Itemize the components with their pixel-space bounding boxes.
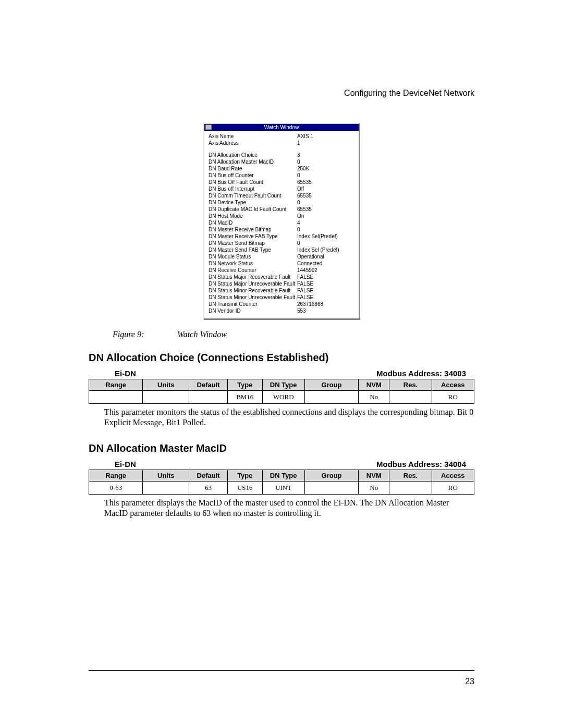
watch-value: On xyxy=(297,213,354,219)
section1-modbus: Modbus Address: 34003 xyxy=(376,369,466,378)
watch-row: DN Allocation Master MacID0 xyxy=(209,158,354,165)
watch-row: DN Comm Timeout Fault Count65535 xyxy=(209,192,354,199)
table-header: Default xyxy=(189,379,228,391)
watch-label: DN Allocation Master MacID xyxy=(209,158,297,165)
watch-label: DN Master Receive FAB Type xyxy=(209,233,297,240)
watch-row: DN Bus off Counter0 xyxy=(209,172,354,179)
watch-label: DN Bus off Interrupt xyxy=(209,186,297,192)
watch-row: DN Transmit Counter263716868 xyxy=(209,301,354,307)
watch-row: DN Receive Counter1445992 xyxy=(209,267,354,274)
table-header: DN Type xyxy=(262,470,304,482)
table-header: Access xyxy=(432,470,474,482)
watch-label: DN Module Status xyxy=(209,253,297,260)
watch-value: Index Sel (Predef) xyxy=(297,246,354,253)
table-header: Type xyxy=(228,379,263,391)
watch-value: Connected xyxy=(297,260,354,267)
watch-label: DN Master Receive Bitmap xyxy=(209,226,297,233)
watch-row: DN Master Send Bitmap0 xyxy=(209,240,354,246)
watch-value: 250K xyxy=(297,165,354,172)
watch-value: 1 xyxy=(297,140,354,146)
table-header: NVM xyxy=(359,379,389,391)
watch-value: Index Sel(Predef) xyxy=(297,233,354,240)
table-cell xyxy=(189,391,228,404)
watch-value: FALSE xyxy=(297,294,354,301)
section1-title: DN Allocation Choice (Connections Establ… xyxy=(89,352,474,364)
watch-label: DN MacID xyxy=(209,219,297,226)
figure-title: Watch Window xyxy=(177,330,227,339)
section2-subhead: Ei-DN Modbus Address: 34004 xyxy=(89,460,474,470)
section1-subhead: Ei-DN Modbus Address: 34003 xyxy=(89,369,474,379)
watch-row: DN Allocation Choice3 xyxy=(209,152,354,158)
watch-row: DN Device Type0 xyxy=(209,199,354,206)
table-header: Type xyxy=(228,470,263,482)
watch-label: DN Allocation Choice xyxy=(209,152,297,158)
section2-title: DN Allocation Master MacID xyxy=(89,442,474,454)
table-cell xyxy=(89,391,143,404)
watch-value: 3 xyxy=(297,152,354,158)
watch-value: 0 xyxy=(297,158,354,165)
watch-label: DN Master Send FAB Type xyxy=(209,246,297,253)
watch-label: DN Status Minor Unrecoverable Fault xyxy=(209,294,297,301)
watch-label: Axis Address xyxy=(209,140,297,146)
watch-label: DN Master Send Bitmap xyxy=(209,240,297,246)
watch-value: FALSE xyxy=(297,280,354,287)
watch-value: 0 xyxy=(297,240,354,246)
watch-value: 1445992 xyxy=(297,267,354,274)
table-cell xyxy=(389,482,432,495)
watch-window-titlebar: Watch Window xyxy=(204,124,359,131)
watch-row: DN Master Send FAB TypeIndex Sel (Predef… xyxy=(209,246,354,253)
table-header: Group xyxy=(304,379,358,391)
watch-value: Off xyxy=(297,186,354,192)
table-cell: WORD xyxy=(262,391,304,404)
watch-row: Axis NameAXIS 1 xyxy=(209,133,354,140)
section2-eidn: Ei-DN xyxy=(115,460,136,468)
watch-label: DN Status Major Recoverable Fault xyxy=(209,274,297,280)
table-cell: RO xyxy=(432,482,474,495)
table-header: Res. xyxy=(389,470,432,482)
watch-row: DN Master Receive Bitmap0 xyxy=(209,226,354,233)
watch-label: DN Transmit Counter xyxy=(209,301,297,307)
watch-value: 553 xyxy=(297,307,354,314)
table-cell xyxy=(304,391,358,404)
watch-row: DN MacID4 xyxy=(209,219,354,226)
section1-eidn: Ei-DN xyxy=(115,369,136,378)
watch-window-title: Watch Window xyxy=(264,125,299,130)
watch-label: DN Network Status xyxy=(209,260,297,267)
table-cell: 0-63 xyxy=(89,482,143,495)
table-cell: RO xyxy=(432,391,474,404)
watch-row: DN Network StatusConnected xyxy=(209,260,354,267)
table-cell xyxy=(389,391,432,404)
watch-row: DN Module StatusOperational xyxy=(209,253,354,260)
watch-value: 0 xyxy=(297,226,354,233)
watch-value: 263716868 xyxy=(297,301,354,307)
watch-window-body: Axis NameAXIS 1Axis Address1 DN Allocati… xyxy=(204,131,359,318)
table-header: Default xyxy=(189,470,228,482)
table-header: Res. xyxy=(389,379,432,391)
watch-row: DN Status Minor Recoverable FaultFALSE xyxy=(209,287,354,294)
table-cell: US16 xyxy=(228,482,263,495)
watch-value: 65535 xyxy=(297,206,354,213)
watch-value: 65535 xyxy=(297,179,354,186)
table-cell: UINT xyxy=(262,482,304,495)
watch-label: DN Receive Counter xyxy=(209,267,297,274)
watch-row: DN Status Major Recoverable FaultFALSE xyxy=(209,274,354,280)
watch-row: DN Status Minor Unrecoverable FaultFALSE xyxy=(209,294,354,301)
watch-label: DN Comm Timeout Fault Count xyxy=(209,192,297,199)
watch-row: Axis Address1 xyxy=(209,140,354,146)
table-header: NVM xyxy=(359,470,389,482)
watch-value: 65535 xyxy=(297,192,354,199)
watch-label: DN Duplicate MAC Id Fault Count xyxy=(209,206,297,213)
watch-row: DN Bus off InterruptOff xyxy=(209,186,354,192)
watch-window: Watch Window Axis NameAXIS 1Axis Address… xyxy=(203,123,360,319)
figure-caption: Figure 9: Watch Window xyxy=(113,330,474,339)
watch-label: DN Vendor ID xyxy=(209,307,297,314)
section2-table: RangeUnitsDefaultTypeDN TypeGroupNVMRes.… xyxy=(89,470,474,495)
watch-label: DN Bus Off Fault Count xyxy=(209,179,297,186)
watch-label: DN Baud Rate xyxy=(209,165,297,172)
table-cell: BM16 xyxy=(228,391,263,404)
table-cell xyxy=(304,482,358,495)
section2-modbus: Modbus Address: 34004 xyxy=(376,460,466,468)
table-cell xyxy=(143,391,189,404)
watch-row: DN Vendor ID553 xyxy=(209,307,354,314)
watch-value: FALSE xyxy=(297,274,354,280)
